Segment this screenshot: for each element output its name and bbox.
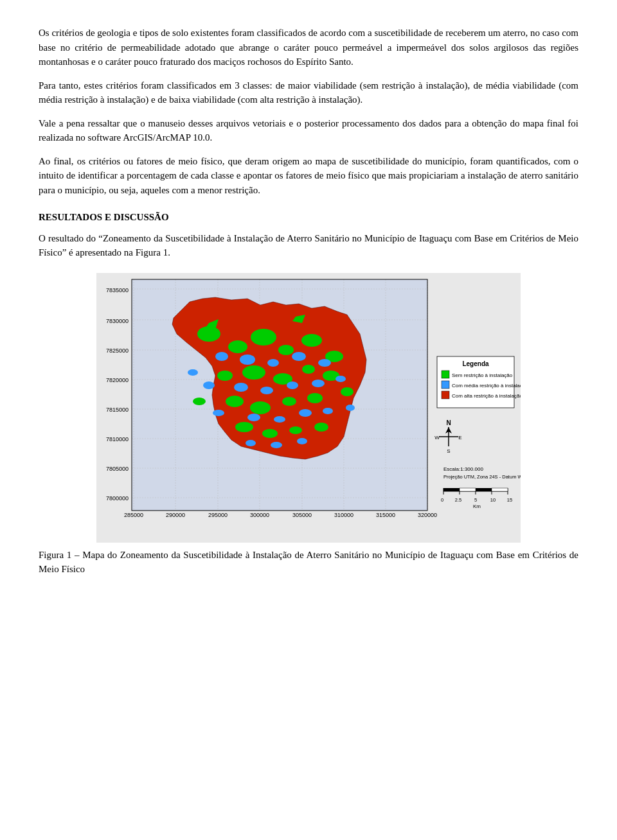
svg-rect-103 <box>443 488 460 491</box>
svg-point-63 <box>318 359 331 367</box>
svg-point-61 <box>267 359 279 367</box>
svg-text:7820000: 7820000 <box>106 377 129 383</box>
svg-point-39 <box>278 345 294 355</box>
svg-point-71 <box>247 414 260 421</box>
svg-text:320000: 320000 <box>418 512 437 518</box>
svg-rect-84 <box>442 381 449 389</box>
section-title: RESULTADOS E DISCUSSÃO <box>39 210 578 225</box>
svg-point-50 <box>307 393 323 403</box>
svg-point-49 <box>282 397 296 406</box>
svg-text:Com alta restrição à instalaçã: Com alta restrição à instalação <box>452 393 521 399</box>
paragraph-3: Vale a pena ressaltar que o manuseio des… <box>39 116 578 145</box>
svg-point-67 <box>287 381 298 389</box>
svg-text:7805000: 7805000 <box>106 466 129 472</box>
svg-text:7800000: 7800000 <box>106 495 129 502</box>
svg-point-45 <box>302 365 315 374</box>
paragraph-2: Para tanto, estes critérios foram classi… <box>39 78 578 107</box>
svg-text:310000: 310000 <box>334 512 353 518</box>
svg-text:Km: Km <box>473 503 481 509</box>
svg-text:5: 5 <box>474 497 477 503</box>
svg-point-65 <box>234 383 248 392</box>
svg-point-59 <box>215 352 228 361</box>
svg-point-56 <box>262 429 278 438</box>
svg-point-37 <box>228 340 247 353</box>
svg-rect-106 <box>492 488 508 491</box>
svg-text:Escala:1:300.000: Escala:1:300.000 <box>443 466 483 472</box>
svg-text:Projeção UTM, Zona 24S - Datum: Projeção UTM, Zona 24S - Datum WGS 84 <box>443 474 521 480</box>
figure-caption: Figura 1 – Mapa do Zoneamento da Susceti… <box>39 548 578 577</box>
paragraph-4: Ao final, os critérios ou fatores de mei… <box>39 154 578 198</box>
svg-text:Legenda: Legenda <box>462 360 489 367</box>
svg-point-76 <box>346 405 355 411</box>
svg-text:7830000: 7830000 <box>106 318 129 324</box>
svg-point-78 <box>271 442 282 448</box>
svg-text:295000: 295000 <box>208 512 228 518</box>
svg-point-70 <box>213 410 224 416</box>
svg-point-40 <box>301 334 322 347</box>
svg-text:7835000: 7835000 <box>106 287 129 293</box>
svg-point-47 <box>226 396 244 407</box>
svg-point-42 <box>217 371 233 381</box>
svg-point-60 <box>240 354 255 365</box>
svg-point-79 <box>297 438 307 444</box>
svg-rect-86 <box>442 391 449 399</box>
svg-text:10: 10 <box>490 497 496 503</box>
svg-text:290000: 290000 <box>166 512 185 518</box>
svg-rect-104 <box>460 488 476 491</box>
map-image: 7835000 7830000 7825000 7820000 7815000 … <box>96 273 521 543</box>
svg-text:W: W <box>434 435 440 441</box>
svg-text:2.5: 2.5 <box>455 497 461 503</box>
svg-text:N: N <box>446 419 451 426</box>
svg-point-72 <box>274 416 285 423</box>
figure-container: 7835000 7830000 7825000 7820000 7815000 … <box>39 273 578 577</box>
svg-text:285000: 285000 <box>124 512 143 518</box>
svg-text:7810000: 7810000 <box>106 436 129 442</box>
svg-point-58 <box>314 423 328 432</box>
svg-text:Com média restrição à instalaç: Com média restrição à instalação <box>452 383 521 389</box>
svg-text:315000: 315000 <box>376 512 395 518</box>
svg-point-51 <box>193 398 206 405</box>
svg-point-57 <box>289 426 302 434</box>
svg-point-48 <box>250 401 271 414</box>
svg-point-64 <box>203 381 215 389</box>
svg-point-54 <box>341 387 353 396</box>
svg-text:300000: 300000 <box>250 512 269 518</box>
svg-point-66 <box>260 387 273 394</box>
svg-point-73 <box>299 409 312 417</box>
svg-point-75 <box>188 369 198 376</box>
svg-rect-82 <box>442 371 449 378</box>
svg-text:0: 0 <box>441 497 443 503</box>
svg-point-62 <box>292 352 306 361</box>
svg-point-74 <box>323 408 333 414</box>
svg-text:7825000: 7825000 <box>106 347 129 354</box>
svg-point-38 <box>251 329 276 346</box>
svg-text:S: S <box>447 448 450 454</box>
svg-point-55 <box>235 422 253 432</box>
svg-text:15: 15 <box>507 497 512 503</box>
svg-point-36 <box>197 326 220 342</box>
svg-text:Sem restrição à instalação: Sem restrição à instalação <box>452 372 513 378</box>
svg-text:E: E <box>458 435 461 441</box>
svg-point-68 <box>312 380 325 387</box>
paragraph-1: Os critérios de geologia e tipos de solo… <box>39 26 578 69</box>
section-paragraph: O resultado do “Zoneamento da Suscetibil… <box>39 231 578 260</box>
svg-text:305000: 305000 <box>292 512 312 518</box>
svg-text:7815000: 7815000 <box>106 407 129 413</box>
map-svg: 7835000 7830000 7825000 7820000 7815000 … <box>96 273 521 543</box>
svg-point-43 <box>242 365 265 380</box>
svg-point-69 <box>335 376 346 382</box>
svg-point-77 <box>246 440 256 446</box>
svg-rect-105 <box>476 488 492 491</box>
